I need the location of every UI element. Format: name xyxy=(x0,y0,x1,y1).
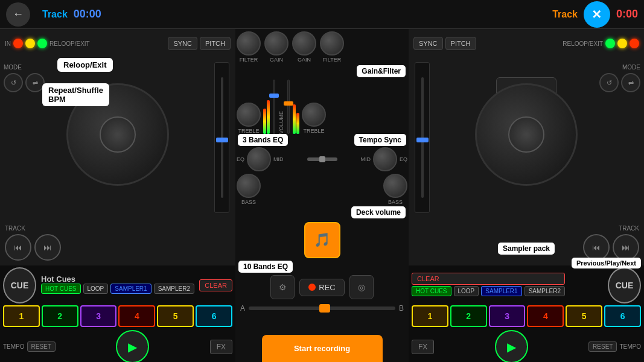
out-led-right[interactable] xyxy=(617,39,627,48)
reloop-led-left[interactable] xyxy=(37,39,47,48)
eq-mid-fader[interactable] xyxy=(307,157,337,161)
left-tab-sampler2[interactable]: SAMPLER2 xyxy=(154,284,194,294)
right-reset-btn[interactable]: RESET xyxy=(588,341,617,352)
right-hc-1[interactable]: 1 xyxy=(412,305,448,327)
left-next-track-btn[interactable]: ⏭ xyxy=(34,234,61,261)
right-deck: SYNC PITCH RELOOP/EXIT MODE ↺ ⇌ xyxy=(409,29,644,362)
left-hc-4[interactable]: 4 xyxy=(118,305,155,327)
bass-left-group: BASS xyxy=(237,174,261,205)
treble-right-group: TREBLE xyxy=(302,103,326,134)
left-clear-btn[interactable]: CLEAR xyxy=(199,279,232,291)
right-hc-3[interactable]: 3 xyxy=(489,305,526,327)
right-play-btn[interactable]: ▶ xyxy=(495,330,528,362)
start-recording-label: Start recording xyxy=(294,344,350,353)
eq-right-label: EQ xyxy=(400,156,407,162)
filter-right-knob[interactable] xyxy=(320,31,344,56)
right-hc-5[interactable]: 5 xyxy=(566,305,602,327)
left-tab-hotcues[interactable]: HOT CUES xyxy=(41,284,81,294)
bass-left-knob[interactable] xyxy=(237,174,261,198)
mid-left-knob[interactable] xyxy=(247,147,271,171)
right-pitch-track xyxy=(421,77,424,198)
left-tab-loop[interactable]: LOOP xyxy=(83,284,109,294)
pitch-btn-right[interactable]: PITCH xyxy=(445,37,476,50)
left-tab-sampler1[interactable]: SAMPLER1 xyxy=(110,284,151,294)
bass-handle-area xyxy=(307,157,337,161)
in-led-left[interactable] xyxy=(13,39,23,48)
right-tab-hotcues[interactable]: HOT CUES xyxy=(412,286,451,296)
eq-tool-btn[interactable]: ⚙ xyxy=(270,275,295,299)
right-pitch-slider[interactable] xyxy=(415,62,430,213)
in-label-left: IN xyxy=(5,40,11,47)
bass-right-group: BASS xyxy=(383,174,407,205)
left-hc-5[interactable]: 5 xyxy=(157,305,194,327)
left-hotcue-grid: 1 2 3 4 5 6 xyxy=(3,305,232,327)
rec-btn[interactable]: REC xyxy=(299,279,344,296)
gain-right-group: GAIN xyxy=(292,31,316,63)
pitch-btn-left[interactable]: PITCH xyxy=(200,37,231,50)
mid-row: EQ MID MID EQ xyxy=(235,146,409,173)
treble-right-knob[interactable] xyxy=(302,103,326,127)
crossfader-handle[interactable] xyxy=(319,304,330,313)
right-hc-4[interactable]: 4 xyxy=(527,305,564,327)
track-label-right: Track xyxy=(552,9,578,20)
right-jog-wheel[interactable] xyxy=(475,83,578,186)
target-tool-btn[interactable]: ◎ xyxy=(349,275,374,299)
left-pitch-handle[interactable] xyxy=(216,138,228,142)
right-fx-btn[interactable]: FX xyxy=(412,340,434,354)
left-mode-btn-repeat[interactable]: ↺ xyxy=(4,73,23,92)
right-tab-sampler1[interactable]: SAMPLER1 xyxy=(481,286,521,296)
right-prev-track-btn[interactable]: ⏮ xyxy=(583,234,610,261)
eq-mid-handle[interactable] xyxy=(319,156,325,162)
sync-btn-right[interactable]: SYNC xyxy=(413,37,443,50)
left-cue-btn[interactable]: CUE xyxy=(3,267,36,303)
vu-left xyxy=(263,92,270,134)
left-hc-1[interactable]: 1 xyxy=(3,305,40,327)
sample-button[interactable]: 🎵 xyxy=(304,222,340,258)
volume-fader-left[interactable] xyxy=(272,80,276,134)
right-pitch-handle[interactable] xyxy=(416,138,429,142)
left-fx-btn[interactable]: FX xyxy=(210,340,232,354)
bass-right-knob[interactable] xyxy=(383,174,407,198)
sync-btn-left[interactable]: SYNC xyxy=(168,37,197,50)
right-tab-loop[interactable]: LOOP xyxy=(454,286,479,296)
left-hc-2[interactable]: 2 xyxy=(42,305,78,327)
vol-handle-right[interactable] xyxy=(284,101,293,106)
in-led-right[interactable] xyxy=(630,39,639,48)
right-mode-btn-repeat[interactable]: ↺ xyxy=(599,73,619,92)
right-cue-btn[interactable]: CUE xyxy=(608,267,641,303)
right-jog-inner xyxy=(508,116,544,153)
right-clear-btn[interactable]: CLEAR xyxy=(412,273,565,285)
right-mode-btn-shuffle[interactable]: ⇌ xyxy=(621,73,640,92)
tooltip-sampler-pack: Sampler pack xyxy=(498,243,555,255)
back-button[interactable]: ← xyxy=(6,2,30,27)
filter-left-knob[interactable] xyxy=(237,31,261,56)
left-prev-track-btn[interactable]: ⏮ xyxy=(5,234,31,261)
vol-handle-left[interactable] xyxy=(269,94,279,98)
left-hc-6[interactable]: 6 xyxy=(196,305,232,327)
crossfader-track[interactable] xyxy=(249,306,395,310)
top-bar: ← Track 00:00 Track ✕ 0:00 xyxy=(0,0,644,29)
volume-fader-right[interactable] xyxy=(286,80,291,134)
start-recording-bar[interactable]: Start recording xyxy=(262,335,383,362)
right-hc-6[interactable]: 6 xyxy=(604,305,641,327)
gain-left-knob[interactable] xyxy=(264,31,289,56)
sample-record-row: 🎵 xyxy=(302,220,343,261)
right-tab-sampler2[interactable]: SAMPLER2 xyxy=(524,286,565,296)
treble-left-knob[interactable] xyxy=(237,103,261,127)
right-next-track-btn[interactable]: ⏭ xyxy=(613,234,639,261)
left-pitch-slider[interactable] xyxy=(214,62,229,213)
left-hc-3[interactable]: 3 xyxy=(80,305,117,327)
reloop-led-right[interactable] xyxy=(605,39,615,48)
gain-right-knob[interactable] xyxy=(292,31,316,56)
tools-row: ⚙ REC ◎ xyxy=(268,273,375,302)
left-reset-btn[interactable]: RESET xyxy=(27,341,56,352)
close-button[interactable]: ✕ xyxy=(584,1,610,28)
mid-right-knob[interactable] xyxy=(373,147,397,171)
right-hc-2[interactable]: 2 xyxy=(450,305,487,327)
treble-left-label: TREBLE xyxy=(238,128,259,134)
filter-left-label: FILTER xyxy=(240,57,258,63)
vu-bar-r2 xyxy=(296,113,299,134)
out-led-left[interactable] xyxy=(25,39,35,48)
time-display-left: 00:00 xyxy=(74,8,101,21)
left-play-btn[interactable]: ▶ xyxy=(116,330,149,362)
